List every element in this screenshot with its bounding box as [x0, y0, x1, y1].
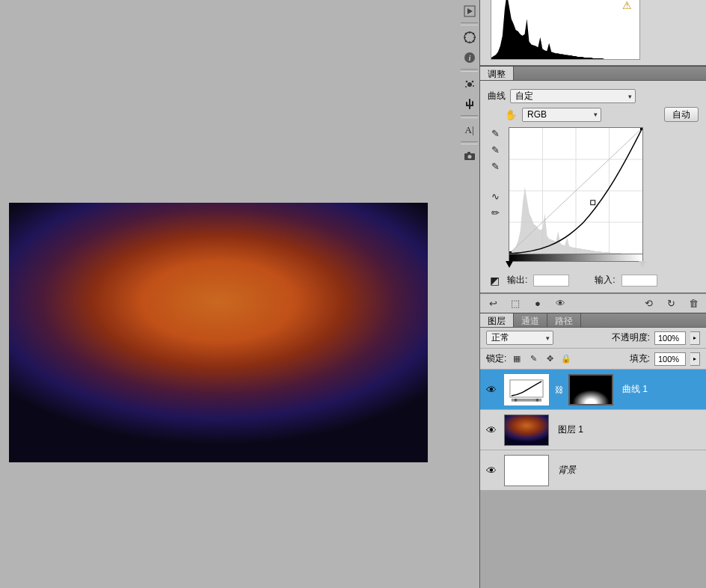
link-icon[interactable]: ⛓ [555, 385, 562, 394]
auto-button[interactable]: 自动 [664, 107, 699, 122]
input-label: 输入: [595, 274, 615, 287]
lock-all-icon[interactable]: 🔒 [560, 353, 572, 365]
play-icon[interactable] [460, 1, 479, 20]
opacity-field[interactable]: 100% [654, 331, 686, 345]
clip-icon[interactable]: ● [531, 297, 544, 310]
svg-point-14 [465, 80, 467, 82]
opacity-label: 不透明度: [612, 331, 650, 344]
layer-row-background[interactable]: 👁 背景 [480, 450, 706, 491]
black-point-slider[interactable] [506, 261, 513, 268]
svg-point-13 [467, 82, 472, 87]
lock-position-icon[interactable]: ✥ [544, 353, 556, 365]
eye-icon[interactable]: 👁 [485, 464, 498, 477]
splatter-icon[interactable] [460, 74, 479, 93]
compass-icon[interactable] [460, 28, 479, 46]
lock-pixels-icon[interactable]: ✎ [527, 353, 539, 365]
svg-text:i: i [468, 53, 470, 62]
svg-point-19 [467, 155, 471, 159]
tab-paths[interactable]: 路径 [547, 313, 581, 327]
svg-rect-29 [591, 200, 595, 205]
curves-label: 曲线 [488, 90, 506, 102]
tab-adjustments[interactable]: 调整 [480, 67, 514, 80]
layer-thumb[interactable] [504, 414, 549, 446]
layer-thumb[interactable] [504, 455, 549, 486]
white-point-slider[interactable] [639, 261, 646, 268]
adjustments-panel: 曲线 自定 ✋ RGB 自动 ✎ ✎ ✎ ∿ ✏ [480, 81, 706, 293]
layers-panel: 正常 不透明度: 100% ▸ 锁定: ▦ ✎ ✥ 🔒 填充: 100% ▸ 👁 [480, 328, 706, 491]
adjustments-footer: ↩ ⬚ ● 👁 ⟲ ↻ 🗑 [480, 293, 706, 313]
tab-channels[interactable]: 通道 [514, 313, 547, 327]
right-panels: ⚠ 调整 曲线 自定 ✋ RGB 自动 ✎ ✎ ✎ ∿ ✏ [479, 0, 706, 588]
reset-icon[interactable]: ↻ [664, 297, 678, 310]
pencil-icon[interactable]: ✏ [488, 206, 502, 218]
channel-dropdown[interactable]: RGB [522, 108, 601, 122]
fill-field[interactable]: 100% [654, 352, 686, 366]
layer-row-curves1[interactable]: 👁 ⛓ 曲线 1 [480, 370, 706, 410]
eye-icon[interactable]: 👁 [485, 383, 498, 396]
eyedropper-gray-icon[interactable]: ✎ [488, 144, 502, 156]
document-canvas[interactable] [9, 203, 428, 462]
layer-name[interactable]: 图层 1 [558, 423, 583, 436]
lock-transparent-icon[interactable]: ▦ [511, 353, 523, 365]
output-label: 输出: [507, 274, 527, 287]
expand-icon[interactable]: ⬚ [509, 297, 522, 310]
return-icon[interactable]: ↩ [486, 297, 500, 310]
svg-rect-30 [640, 128, 642, 130]
layer-name[interactable]: 背景 [558, 464, 576, 477]
adjustment-thumb[interactable] [504, 374, 549, 405]
input-field[interactable] [621, 275, 657, 287]
svg-point-33 [515, 398, 518, 401]
svg-rect-28 [509, 251, 512, 254]
histogram-panel: ⚠ [480, 0, 706, 66]
output-field[interactable] [533, 275, 569, 287]
prev-icon[interactable]: ⟲ [642, 297, 655, 310]
opacity-flyout[interactable]: ▸ [690, 331, 700, 345]
mask-thumb[interactable] [568, 374, 613, 405]
finger-icon[interactable]: ✋ [504, 108, 518, 120]
trash-icon[interactable]: 🗑 [687, 297, 700, 310]
camera-icon[interactable] [460, 147, 479, 165]
svg-point-34 [535, 398, 538, 401]
levels-icon[interactable]: ◩ [488, 275, 501, 287]
blend-mode-dropdown[interactable]: 正常 [486, 331, 553, 345]
info-icon[interactable]: i [460, 48, 479, 67]
svg-point-16 [473, 85, 474, 87]
eye-icon[interactable]: 👁 [485, 423, 498, 437]
fill-label: 填充: [630, 352, 650, 365]
svg-rect-20 [467, 152, 470, 154]
visibility-icon[interactable]: 👁 [553, 297, 567, 310]
fill-flyout[interactable]: ▸ [690, 352, 700, 366]
lock-label: 锁定: [486, 352, 506, 365]
character-icon[interactable]: A| [460, 120, 479, 139]
eyedropper-black-icon[interactable]: ✎ [488, 127, 502, 139]
tab-layers[interactable]: 图层 [480, 313, 514, 327]
svg-marker-1 [467, 8, 473, 14]
collapsed-dock: i A| [459, 0, 479, 588]
svg-point-15 [471, 80, 473, 82]
curve-edit-icon[interactable]: ∿ [488, 190, 502, 202]
layer-row-layer1[interactable]: 👁 图层 1 [480, 410, 706, 450]
cactus-icon[interactable] [460, 94, 479, 113]
layer-name[interactable]: 曲线 1 [622, 383, 648, 396]
input-ramp[interactable] [509, 254, 643, 262]
curve-graph[interactable] [509, 127, 643, 254]
svg-point-17 [465, 86, 467, 88]
eyedropper-white-icon[interactable]: ✎ [488, 160, 502, 172]
histogram-display[interactable]: ⚠ [491, 0, 640, 60]
preset-dropdown[interactable]: 自定 [510, 89, 636, 103]
